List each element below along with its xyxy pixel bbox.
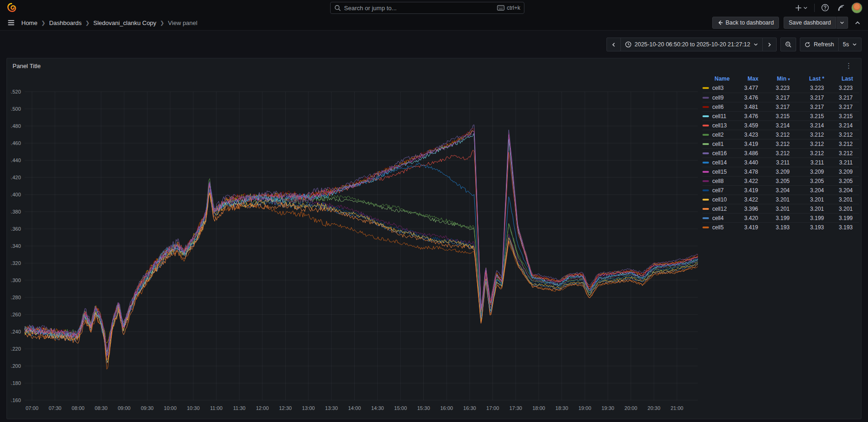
legend-header-min[interactable]: Min▾ xyxy=(759,76,790,82)
time-shift-forward-button[interactable] xyxy=(762,38,777,51)
breadcrumb-dashboard-name[interactable]: Sledovani_clanku Copy xyxy=(93,19,156,26)
legend-value: 3.459 xyxy=(729,122,758,129)
legend-value: 3.419 xyxy=(729,141,758,147)
series-name[interactable]: cell12 xyxy=(712,206,727,212)
legend-row[interactable]: cell83.4223.2053.2053.205 xyxy=(702,176,859,185)
refresh-button[interactable]: Refresh xyxy=(800,38,839,51)
legend-row[interactable]: cell33.4773.2233.2233.223 xyxy=(702,83,859,93)
legend-value: 3.204 xyxy=(758,187,790,194)
legend-header-max[interactable]: Max xyxy=(730,76,759,82)
series-name[interactable]: cell8 xyxy=(712,178,724,184)
legend-value: 3.199 xyxy=(790,215,824,221)
time-zoom-out-button[interactable] xyxy=(780,38,796,51)
chevron-right-icon: ❯ xyxy=(41,20,45,26)
legend-row[interactable]: cell163.4863.2123.2123.212 xyxy=(702,148,859,157)
series-name[interactable]: cell1 xyxy=(712,141,724,147)
plus-icon xyxy=(795,5,802,11)
refresh-interval-button[interactable]: 5s xyxy=(838,38,862,51)
series-name[interactable]: cell9 xyxy=(712,94,724,101)
series-name[interactable]: cell7 xyxy=(712,187,724,194)
series-line-cell1 xyxy=(25,184,698,353)
legend-row[interactable]: cell23.4233.2123.2123.212 xyxy=(702,130,859,139)
breadcrumb-dashboards[interactable]: Dashboards xyxy=(49,19,82,26)
timeseries-panel: Panel Title ⋮ 3.5203.5003.4803.4603.4403… xyxy=(6,58,862,419)
topbar-divider xyxy=(814,4,815,12)
legend-row[interactable]: cell143.4403.2113.2113.211 xyxy=(702,157,859,167)
legend-row[interactable]: cell153.4783.2093.2093.209 xyxy=(702,167,859,176)
panel-menu-button[interactable]: ⋮ xyxy=(842,61,855,71)
y-axis-tick-label: 3.160 xyxy=(11,397,21,403)
series-line-cell6 xyxy=(25,128,698,350)
series-name[interactable]: cell2 xyxy=(712,132,724,138)
series-name[interactable]: cell15 xyxy=(712,169,727,175)
y-axis-tick-label: 3.200 xyxy=(11,363,21,369)
keyboard-shortcut-hint: ctrl+k xyxy=(497,5,520,11)
save-dashboard-button[interactable]: Save dashboard xyxy=(784,17,836,29)
top-nav-bar: Search or jump to... ctrl+k xyxy=(0,0,868,15)
legend-value: 3.423 xyxy=(729,132,758,138)
series-name[interactable]: cell11 xyxy=(712,113,726,120)
legend-row[interactable]: cell123.3963.2013.2013.201 xyxy=(702,204,859,213)
legend-row[interactable]: cell53.4193.1933.1933.193 xyxy=(702,222,859,232)
menu-toggle-button[interactable] xyxy=(6,17,17,28)
legend-header-last-star[interactable]: Last * xyxy=(790,76,824,82)
x-axis-tick-label: 11:30 xyxy=(233,405,246,411)
series-color-swatch xyxy=(702,199,709,201)
legend-header-last[interactable]: Last xyxy=(824,76,853,82)
legend-row[interactable]: cell63.4813.2173.2173.217 xyxy=(702,102,859,111)
legend-value: 3.199 xyxy=(824,215,853,221)
series-name[interactable]: cell16 xyxy=(712,150,727,157)
timeseries-chart[interactable]: 3.5203.5003.4803.4603.4403.4203.4003.380… xyxy=(11,73,706,418)
news-button[interactable] xyxy=(836,2,847,13)
legend-value: 3.212 xyxy=(790,150,824,157)
series-color-swatch xyxy=(702,134,709,136)
legend-value: 3.214 xyxy=(758,122,790,129)
y-axis-tick-label: 3.400 xyxy=(11,192,21,197)
legend-value: 3.440 xyxy=(729,159,758,166)
back-to-dashboard-button[interactable]: Back to dashboard xyxy=(712,17,779,29)
legend-value: 3.223 xyxy=(824,85,853,91)
new-create-button[interactable] xyxy=(793,3,810,13)
series-name[interactable]: cell10 xyxy=(712,196,727,203)
series-color-swatch xyxy=(702,162,709,164)
legend-row[interactable]: cell73.4193.2043.2043.204 xyxy=(702,185,859,195)
grafana-logo-icon[interactable] xyxy=(6,3,17,13)
panel-body: 3.5203.5003.4803.4603.4403.4203.4003.380… xyxy=(7,73,861,418)
legend-row[interactable]: cell13.4193.2123.2123.212 xyxy=(702,139,859,148)
time-shift-back-button[interactable] xyxy=(606,38,621,51)
help-button[interactable] xyxy=(819,2,831,13)
series-name[interactable]: cell13 xyxy=(712,122,727,129)
time-range-picker-button[interactable]: 2025-10-20 06:50:20 to 2025-10-20 21:27:… xyxy=(620,38,763,51)
breadcrumb-home[interactable]: Home xyxy=(21,19,38,26)
legend-row[interactable]: cell93.4763.2173.2173.217 xyxy=(702,93,859,102)
arrow-left-icon xyxy=(717,20,723,25)
series-name[interactable]: cell3 xyxy=(712,85,724,91)
series-color-swatch xyxy=(702,152,709,154)
legend-row[interactable]: cell103.4223.2013.2013.201 xyxy=(702,195,859,204)
series-name[interactable]: cell6 xyxy=(712,104,724,110)
x-axis-tick-label: 09:00 xyxy=(118,405,131,411)
legend-value: 3.205 xyxy=(824,178,853,184)
save-dashboard-menu-button[interactable] xyxy=(836,17,848,29)
legend-value: 3.201 xyxy=(790,206,824,212)
x-axis-tick-label: 07:00 xyxy=(26,405,38,411)
save-dashboard-split-button: Save dashboard xyxy=(784,17,848,29)
time-controls-toolbar: 2025-10-20 06:50:20 to 2025-10-20 21:27:… xyxy=(6,37,862,52)
refresh-icon xyxy=(804,42,811,48)
series-name[interactable]: cell5 xyxy=(712,224,724,231)
search-input[interactable]: Search or jump to... ctrl+k xyxy=(330,2,524,14)
user-avatar[interactable] xyxy=(851,2,862,13)
legend-value: 3.217 xyxy=(824,104,853,110)
legend-row[interactable]: cell113.4763.2153.2153.215 xyxy=(702,111,859,120)
legend-value: 3.477 xyxy=(729,85,758,91)
collapse-controls-button[interactable] xyxy=(853,18,862,28)
series-name[interactable]: cell14 xyxy=(712,159,727,166)
y-axis-tick-label: 3.260 xyxy=(11,312,21,317)
legend-row[interactable]: cell43.4203.1993.1993.199 xyxy=(702,213,859,222)
panel-header[interactable]: Panel Title ⋮ xyxy=(7,58,861,73)
series-name[interactable]: cell4 xyxy=(712,215,724,221)
legend-header-name[interactable]: Name xyxy=(702,76,730,82)
chevron-up-icon xyxy=(855,20,861,26)
legend-value: 3.209 xyxy=(824,169,853,175)
legend-row[interactable]: cell133.4593.2143.2143.214 xyxy=(702,120,859,130)
